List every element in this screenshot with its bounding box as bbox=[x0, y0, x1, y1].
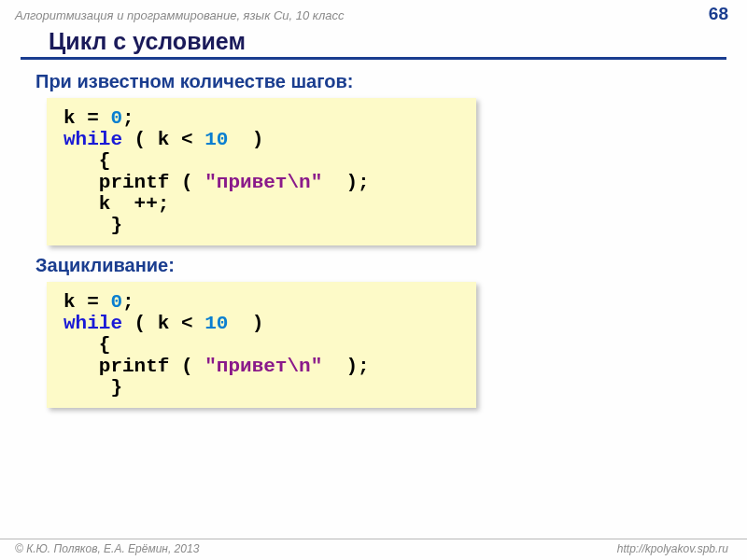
code-token: { bbox=[63, 334, 110, 356]
code-token: 0 bbox=[110, 291, 122, 313]
code-token: k = bbox=[63, 107, 110, 129]
page-number: 68 bbox=[709, 4, 728, 24]
code-token: ); bbox=[322, 172, 369, 193]
code-token: ) bbox=[228, 129, 263, 150]
slide: Алгоритмизация и программирование, язык … bbox=[0, 0, 747, 560]
code-token: } bbox=[63, 215, 122, 236]
code-token: "привет\n" bbox=[204, 356, 322, 377]
slide-footer: © К.Ю. Поляков, Е.А. Ерёмин, 2013 http:/… bbox=[0, 539, 747, 560]
code-token: 10 bbox=[204, 313, 228, 334]
code-token: ; bbox=[122, 291, 134, 313]
slide-title: Цикл с условием bbox=[21, 26, 726, 60]
code-token: "привет\n" bbox=[204, 172, 322, 193]
code-token: ( k < bbox=[122, 129, 204, 150]
copyright-text: © К.Ю. Поляков, Е.А. Ерёмин, 2013 bbox=[15, 542, 199, 555]
code-token: 0 bbox=[110, 107, 122, 129]
code-token: ); bbox=[322, 356, 369, 377]
code-block-infinite-loop: k = 0; while ( k < 10 ) { printf ( "прив… bbox=[47, 282, 476, 408]
code-token: k = bbox=[63, 291, 110, 313]
code-token: { bbox=[63, 150, 110, 172]
code-token: 10 bbox=[204, 129, 228, 150]
code-token: } bbox=[63, 377, 122, 399]
source-url: http://kpolyakov.spb.ru bbox=[617, 542, 728, 555]
code-block-known-steps: k = 0; while ( k < 10 ) { printf ( "прив… bbox=[47, 98, 476, 245]
code-token: k ++; bbox=[63, 193, 169, 215]
code-token: printf ( bbox=[63, 172, 204, 193]
code-token: while bbox=[63, 313, 122, 334]
code-token: ( k < bbox=[122, 313, 204, 334]
code-token: ; bbox=[122, 107, 134, 129]
section-infinite-loop-label: Зацикливание: bbox=[0, 251, 747, 282]
code-token: while bbox=[63, 129, 122, 150]
code-token: ) bbox=[228, 313, 263, 334]
section-known-steps-label: При известном количестве шагов: bbox=[0, 67, 747, 98]
course-title: Алгоритмизация и программирование, язык … bbox=[15, 8, 345, 22]
slide-header: Алгоритмизация и программирование, язык … bbox=[0, 0, 747, 26]
code-token: printf ( bbox=[63, 356, 204, 377]
